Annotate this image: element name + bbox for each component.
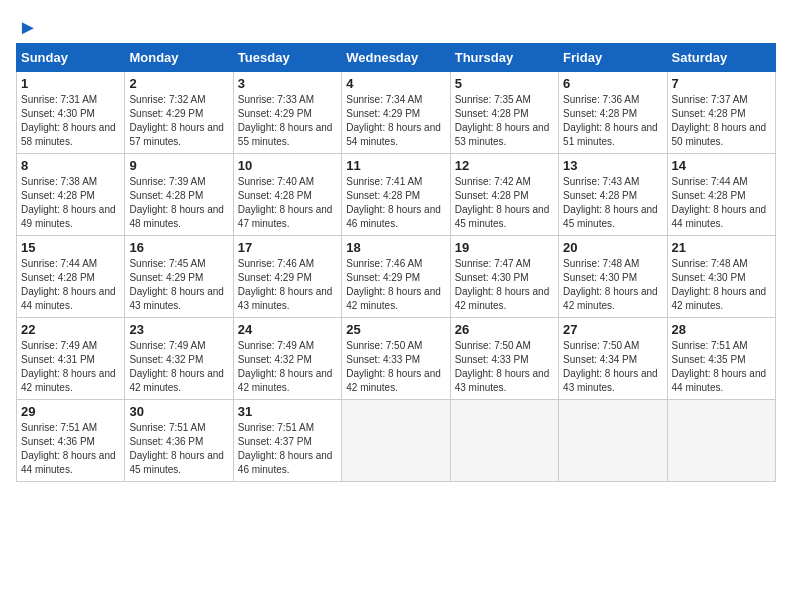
- day-number: 27: [563, 322, 662, 337]
- day-info: Sunrise: 7:51 AMSunset: 4:37 PMDaylight:…: [238, 421, 337, 477]
- day-number: 3: [238, 76, 337, 91]
- table-row: 22Sunrise: 7:49 AMSunset: 4:31 PMDayligh…: [17, 318, 125, 400]
- day-info: Sunrise: 7:32 AMSunset: 4:29 PMDaylight:…: [129, 93, 228, 149]
- day-number: 5: [455, 76, 554, 91]
- table-row: 16Sunrise: 7:45 AMSunset: 4:29 PMDayligh…: [125, 236, 233, 318]
- day-number: 14: [672, 158, 771, 173]
- table-row: 18Sunrise: 7:46 AMSunset: 4:29 PMDayligh…: [342, 236, 450, 318]
- day-number: 9: [129, 158, 228, 173]
- table-row: 15Sunrise: 7:44 AMSunset: 4:28 PMDayligh…: [17, 236, 125, 318]
- table-row: 8Sunrise: 7:38 AMSunset: 4:28 PMDaylight…: [17, 154, 125, 236]
- day-info: Sunrise: 7:38 AMSunset: 4:28 PMDaylight:…: [21, 175, 120, 231]
- column-header-friday: Friday: [559, 44, 667, 72]
- day-number: 15: [21, 240, 120, 255]
- table-row: 2Sunrise: 7:32 AMSunset: 4:29 PMDaylight…: [125, 72, 233, 154]
- table-row: [667, 400, 775, 482]
- day-number: 20: [563, 240, 662, 255]
- day-info: Sunrise: 7:49 AMSunset: 4:32 PMDaylight:…: [129, 339, 228, 395]
- day-number: 2: [129, 76, 228, 91]
- table-row: 31Sunrise: 7:51 AMSunset: 4:37 PMDayligh…: [233, 400, 341, 482]
- day-info: Sunrise: 7:51 AMSunset: 4:35 PMDaylight:…: [672, 339, 771, 395]
- table-row: 7Sunrise: 7:37 AMSunset: 4:28 PMDaylight…: [667, 72, 775, 154]
- day-info: Sunrise: 7:46 AMSunset: 4:29 PMDaylight:…: [346, 257, 445, 313]
- day-info: Sunrise: 7:47 AMSunset: 4:30 PMDaylight:…: [455, 257, 554, 313]
- table-row: [559, 400, 667, 482]
- day-number: 10: [238, 158, 337, 173]
- table-row: 3Sunrise: 7:33 AMSunset: 4:29 PMDaylight…: [233, 72, 341, 154]
- logo-arrow-icon: ►: [18, 16, 38, 39]
- day-number: 29: [21, 404, 120, 419]
- day-number: 28: [672, 322, 771, 337]
- calendar-week-row: 1Sunrise: 7:31 AMSunset: 4:30 PMDaylight…: [17, 72, 776, 154]
- day-info: Sunrise: 7:49 AMSunset: 4:32 PMDaylight:…: [238, 339, 337, 395]
- day-info: Sunrise: 7:45 AMSunset: 4:29 PMDaylight:…: [129, 257, 228, 313]
- table-row: 1Sunrise: 7:31 AMSunset: 4:30 PMDaylight…: [17, 72, 125, 154]
- column-header-tuesday: Tuesday: [233, 44, 341, 72]
- table-row: 9Sunrise: 7:39 AMSunset: 4:28 PMDaylight…: [125, 154, 233, 236]
- table-row: 5Sunrise: 7:35 AMSunset: 4:28 PMDaylight…: [450, 72, 558, 154]
- day-number: 23: [129, 322, 228, 337]
- day-info: Sunrise: 7:50 AMSunset: 4:33 PMDaylight:…: [346, 339, 445, 395]
- table-row: 19Sunrise: 7:47 AMSunset: 4:30 PMDayligh…: [450, 236, 558, 318]
- table-row: 17Sunrise: 7:46 AMSunset: 4:29 PMDayligh…: [233, 236, 341, 318]
- table-row: 23Sunrise: 7:49 AMSunset: 4:32 PMDayligh…: [125, 318, 233, 400]
- calendar-week-row: 29Sunrise: 7:51 AMSunset: 4:36 PMDayligh…: [17, 400, 776, 482]
- table-row: 12Sunrise: 7:42 AMSunset: 4:28 PMDayligh…: [450, 154, 558, 236]
- day-info: Sunrise: 7:50 AMSunset: 4:34 PMDaylight:…: [563, 339, 662, 395]
- calendar-header-row: SundayMondayTuesdayWednesdayThursdayFrid…: [17, 44, 776, 72]
- day-info: Sunrise: 7:35 AMSunset: 4:28 PMDaylight:…: [455, 93, 554, 149]
- column-header-wednesday: Wednesday: [342, 44, 450, 72]
- page-header: ►: [16, 16, 776, 33]
- day-number: 13: [563, 158, 662, 173]
- table-row: 25Sunrise: 7:50 AMSunset: 4:33 PMDayligh…: [342, 318, 450, 400]
- table-row: 13Sunrise: 7:43 AMSunset: 4:28 PMDayligh…: [559, 154, 667, 236]
- day-info: Sunrise: 7:43 AMSunset: 4:28 PMDaylight:…: [563, 175, 662, 231]
- day-info: Sunrise: 7:37 AMSunset: 4:28 PMDaylight:…: [672, 93, 771, 149]
- table-row: 21Sunrise: 7:48 AMSunset: 4:30 PMDayligh…: [667, 236, 775, 318]
- calendar-table: SundayMondayTuesdayWednesdayThursdayFrid…: [16, 43, 776, 482]
- day-number: 8: [21, 158, 120, 173]
- table-row: 10Sunrise: 7:40 AMSunset: 4:28 PMDayligh…: [233, 154, 341, 236]
- column-header-monday: Monday: [125, 44, 233, 72]
- day-info: Sunrise: 7:31 AMSunset: 4:30 PMDaylight:…: [21, 93, 120, 149]
- day-info: Sunrise: 7:48 AMSunset: 4:30 PMDaylight:…: [563, 257, 662, 313]
- logo: ►: [16, 16, 38, 33]
- calendar-week-row: 15Sunrise: 7:44 AMSunset: 4:28 PMDayligh…: [17, 236, 776, 318]
- table-row: 30Sunrise: 7:51 AMSunset: 4:36 PMDayligh…: [125, 400, 233, 482]
- day-info: Sunrise: 7:44 AMSunset: 4:28 PMDaylight:…: [21, 257, 120, 313]
- table-row: 20Sunrise: 7:48 AMSunset: 4:30 PMDayligh…: [559, 236, 667, 318]
- day-number: 17: [238, 240, 337, 255]
- day-info: Sunrise: 7:51 AMSunset: 4:36 PMDaylight:…: [129, 421, 228, 477]
- table-row: 27Sunrise: 7:50 AMSunset: 4:34 PMDayligh…: [559, 318, 667, 400]
- day-info: Sunrise: 7:48 AMSunset: 4:30 PMDaylight:…: [672, 257, 771, 313]
- column-header-sunday: Sunday: [17, 44, 125, 72]
- day-info: Sunrise: 7:34 AMSunset: 4:29 PMDaylight:…: [346, 93, 445, 149]
- table-row: 26Sunrise: 7:50 AMSunset: 4:33 PMDayligh…: [450, 318, 558, 400]
- day-number: 21: [672, 240, 771, 255]
- day-number: 11: [346, 158, 445, 173]
- day-number: 30: [129, 404, 228, 419]
- day-number: 22: [21, 322, 120, 337]
- day-info: Sunrise: 7:33 AMSunset: 4:29 PMDaylight:…: [238, 93, 337, 149]
- column-header-thursday: Thursday: [450, 44, 558, 72]
- day-info: Sunrise: 7:44 AMSunset: 4:28 PMDaylight:…: [672, 175, 771, 231]
- day-number: 16: [129, 240, 228, 255]
- day-number: 7: [672, 76, 771, 91]
- day-info: Sunrise: 7:40 AMSunset: 4:28 PMDaylight:…: [238, 175, 337, 231]
- table-row: 11Sunrise: 7:41 AMSunset: 4:28 PMDayligh…: [342, 154, 450, 236]
- calendar-week-row: 22Sunrise: 7:49 AMSunset: 4:31 PMDayligh…: [17, 318, 776, 400]
- table-row: 4Sunrise: 7:34 AMSunset: 4:29 PMDaylight…: [342, 72, 450, 154]
- day-info: Sunrise: 7:39 AMSunset: 4:28 PMDaylight:…: [129, 175, 228, 231]
- day-number: 26: [455, 322, 554, 337]
- table-row: 24Sunrise: 7:49 AMSunset: 4:32 PMDayligh…: [233, 318, 341, 400]
- day-number: 4: [346, 76, 445, 91]
- table-row: 14Sunrise: 7:44 AMSunset: 4:28 PMDayligh…: [667, 154, 775, 236]
- day-number: 18: [346, 240, 445, 255]
- day-info: Sunrise: 7:49 AMSunset: 4:31 PMDaylight:…: [21, 339, 120, 395]
- day-info: Sunrise: 7:36 AMSunset: 4:28 PMDaylight:…: [563, 93, 662, 149]
- table-row: [450, 400, 558, 482]
- day-number: 1: [21, 76, 120, 91]
- day-info: Sunrise: 7:41 AMSunset: 4:28 PMDaylight:…: [346, 175, 445, 231]
- table-row: 6Sunrise: 7:36 AMSunset: 4:28 PMDaylight…: [559, 72, 667, 154]
- day-info: Sunrise: 7:46 AMSunset: 4:29 PMDaylight:…: [238, 257, 337, 313]
